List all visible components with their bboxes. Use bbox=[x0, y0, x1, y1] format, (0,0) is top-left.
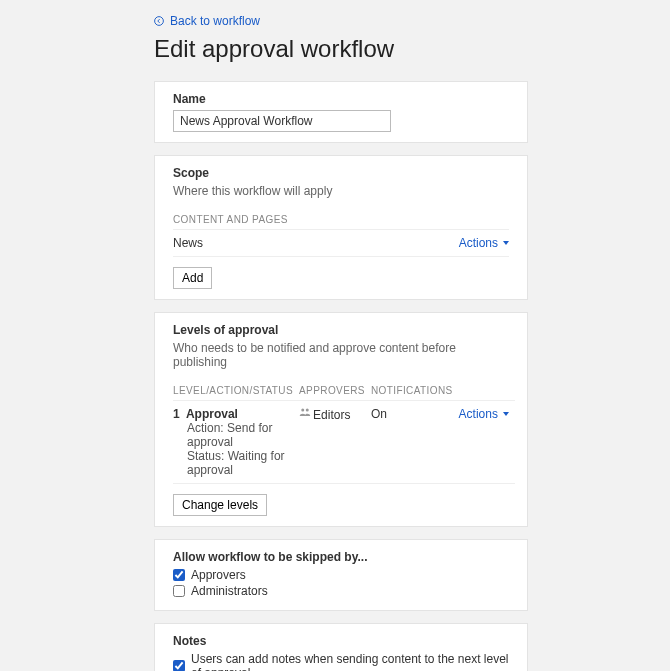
skip-approvers-row[interactable]: Approvers bbox=[173, 568, 509, 582]
skip-card: Allow workflow to be skipped by... Appro… bbox=[154, 539, 528, 611]
levels-actions-button[interactable]: Actions bbox=[459, 407, 509, 421]
scope-item-label: News bbox=[173, 236, 203, 250]
col-level: Level/Action/Status bbox=[173, 381, 299, 401]
scope-heading: Scope bbox=[173, 166, 509, 180]
skip-admins-row[interactable]: Administrators bbox=[173, 584, 509, 598]
scope-row: News Actions bbox=[173, 230, 509, 257]
scope-actions-button[interactable]: Actions bbox=[459, 236, 509, 250]
name-label: Name bbox=[173, 92, 509, 106]
back-link-text: Back to workflow bbox=[170, 14, 260, 28]
scope-card: Scope Where this workflow will apply Con… bbox=[154, 155, 528, 300]
page-title: Edit approval workflow bbox=[154, 35, 618, 63]
levels-card: Levels of approval Who needs to be notif… bbox=[154, 312, 528, 527]
name-card: Name bbox=[154, 81, 528, 143]
svg-point-0 bbox=[155, 17, 164, 26]
skip-heading: Allow workflow to be skipped by... bbox=[173, 550, 509, 564]
scope-section-header: Content and pages bbox=[173, 210, 509, 230]
levels-heading: Levels of approval bbox=[173, 323, 509, 337]
change-levels-button[interactable]: Change levels bbox=[173, 494, 267, 516]
levels-sub: Who needs to be notified and approve con… bbox=[173, 341, 509, 369]
scope-add-button[interactable]: Add bbox=[173, 267, 212, 289]
skip-admins-checkbox[interactable] bbox=[173, 585, 185, 597]
notes-heading: Notes bbox=[173, 634, 509, 648]
notes-card: Notes Users can add notes when sending c… bbox=[154, 623, 528, 671]
caret-down-icon bbox=[503, 412, 509, 416]
col-notifications: Notifications bbox=[371, 381, 459, 401]
caret-down-icon bbox=[503, 241, 509, 245]
group-icon bbox=[299, 407, 311, 419]
skip-approvers-checkbox[interactable] bbox=[173, 569, 185, 581]
name-input[interactable] bbox=[173, 110, 391, 132]
notes-checkbox[interactable] bbox=[173, 660, 185, 671]
levels-row: 1 Approval Action: Send for approval Sta… bbox=[173, 401, 515, 484]
levels-table: Level/Action/Status Approvers Notificati… bbox=[173, 381, 515, 484]
notes-option-row[interactable]: Users can add notes when sending content… bbox=[173, 652, 509, 671]
back-to-workflow-link[interactable]: Back to workflow bbox=[154, 14, 260, 28]
arrow-left-icon bbox=[154, 16, 164, 26]
col-approvers: Approvers bbox=[299, 381, 371, 401]
scope-sub: Where this workflow will apply bbox=[173, 184, 509, 198]
